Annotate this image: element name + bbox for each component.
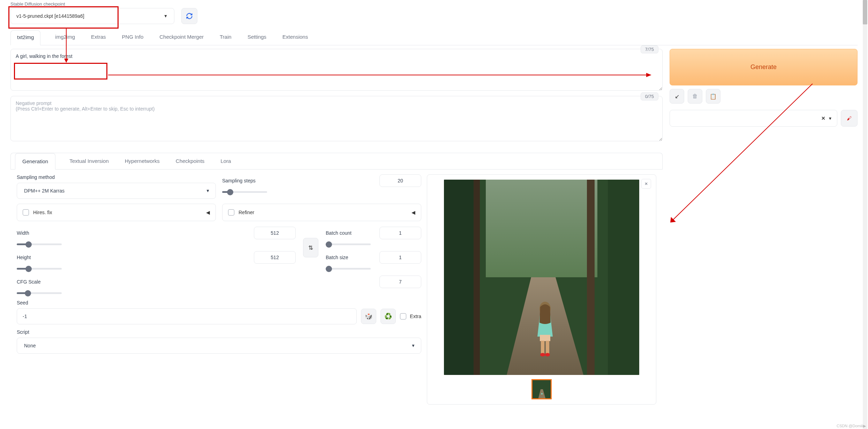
sampling-steps-label: Sampling steps [222,178,256,183]
caret-down-icon: ▼ [411,343,415,348]
styles-select[interactable]: ✕ ▾ [670,110,837,127]
checkpoint-label: Stable Diffusion checkpoint [10,1,858,7]
batch-count-slider[interactable] [326,243,371,245]
main-tabs: txt2img img2img Extras PNG Info Checkpoi… [10,30,858,45]
hires-fix-label: Hires. fix [33,210,52,215]
batch-count-label: Batch count [326,230,352,236]
svg-point-10 [540,353,545,356]
height-label: Height [17,255,31,260]
svg-rect-8 [541,341,544,354]
sampling-method-label: Sampling method [17,174,216,180]
refiner-label: Refiner [239,210,254,215]
close-image-button[interactable]: ✕ [641,179,651,189]
refresh-checkpoint-button[interactable] [181,8,197,24]
tab-img2img[interactable]: img2img [54,30,76,45]
svg-rect-3 [474,180,480,375]
gen-sub-tabs-panel: Generation Textual Inversion Hypernetwor… [10,153,663,170]
svg-rect-5 [608,180,639,375]
subtab-generation[interactable]: Generation [15,153,55,170]
seed-extra-checkbox[interactable] [400,313,406,319]
output-panel: ⤓ ✕ [427,174,656,405]
edit-styles-button[interactable]: 🖌 [841,110,858,127]
tab-txt2img[interactable]: txt2img [10,30,40,45]
batch-size-label: Batch size [326,255,348,260]
generate-button[interactable]: Generate [670,49,858,85]
svg-rect-9 [546,341,549,354]
tab-extensions[interactable]: Extensions [281,30,309,45]
script-select[interactable]: None ▼ [17,338,421,354]
subtab-checkpoints[interactable]: Checkpoints [174,153,207,169]
seed-label: Seed [17,300,421,306]
tab-checkpoint-merger[interactable]: Checkpoint Merger [158,30,205,45]
svg-point-11 [545,353,550,356]
height-value[interactable] [254,251,296,264]
svg-rect-1 [486,180,597,277]
svg-point-13 [541,393,543,394]
width-value[interactable] [254,227,296,239]
clear-styles-icon[interactable]: ✕ [821,115,825,121]
refiner-checkbox[interactable] [228,209,234,216]
interrogate-button[interactable]: ↙ [670,89,684,104]
swap-dimensions-button[interactable]: ⇅ [303,238,318,257]
negative-prompt-input[interactable] [10,96,663,141]
batch-count-value[interactable] [379,227,421,239]
triangle-left-icon: ◀ [412,210,415,215]
caret-down-icon: ▼ [164,14,168,18]
prompt-input[interactable]: A girl, walking in the forest [10,49,663,91]
scrollbar-thumb[interactable] [863,0,867,24]
clear-prompt-button[interactable]: 🗑 [688,89,702,104]
cfg-value[interactable] [379,276,421,288]
subtab-hypernetworks[interactable]: Hypernetworks [123,153,162,169]
subtab-textual-inversion[interactable]: Textual Inversion [67,153,111,169]
height-slider[interactable] [17,268,62,270]
svg-rect-2 [444,180,475,375]
tab-pnginfo[interactable]: PNG Info [121,30,145,45]
script-label: Script [17,329,421,335]
seed-random-button[interactable]: 🎲 [361,309,376,324]
output-image[interactable] [444,180,639,375]
width-slider[interactable] [17,243,62,245]
neg-prompt-token-count: 0/75 [641,92,658,100]
forest-preview-svg [444,180,639,375]
refiner-accordion[interactable]: Refiner ◀ [222,204,421,221]
checkpoint-value: v1-5-pruned.ckpt [e1441589a6] [16,13,84,19]
subtab-lora[interactable]: Lora [218,153,233,169]
checkpoint-select[interactable]: v1-5-pruned.ckpt [e1441589a6] ▼ [10,8,174,24]
prompt-token-count: 7/75 [641,45,658,53]
output-thumbnail[interactable] [531,379,552,399]
svg-rect-4 [587,180,595,375]
scrollbar-track[interactable] [863,0,867,429]
batch-size-slider[interactable] [326,268,371,270]
tab-extras[interactable]: Extras [90,30,107,45]
sampling-steps-slider[interactable] [222,191,267,193]
paste-button[interactable]: 📋 [706,89,720,104]
svg-rect-7 [540,335,550,341]
width-label: Width [17,230,29,236]
batch-size-value[interactable] [379,251,421,264]
sampling-method-value: DPM++ 2M Karras [24,188,65,194]
cfg-label: CFG Scale [17,279,40,285]
caret-down-icon: ▾ [829,115,831,121]
triangle-left-icon: ◀ [206,210,210,215]
cfg-slider[interactable] [17,292,62,294]
seed-input[interactable] [17,308,357,324]
hires-fix-checkbox[interactable] [23,209,29,216]
sampling-steps-value[interactable] [379,174,421,187]
hires-fix-accordion[interactable]: Hires. fix ◀ [17,204,216,221]
caret-down-icon: ▼ [206,188,210,193]
refresh-icon [186,13,193,20]
seed-extra-label: Extra [410,314,421,319]
seed-reuse-button[interactable]: ♻️ [380,309,396,324]
script-value: None [24,343,36,348]
tab-settings[interactable]: Settings [246,30,268,45]
sampling-method-select[interactable]: DPM++ 2M Karras ▼ [17,183,216,199]
pen-icon: 🖌 [847,115,852,121]
watermark: CSDN @Domiii▶ [837,424,866,428]
tab-train[interactable]: Train [218,30,233,45]
